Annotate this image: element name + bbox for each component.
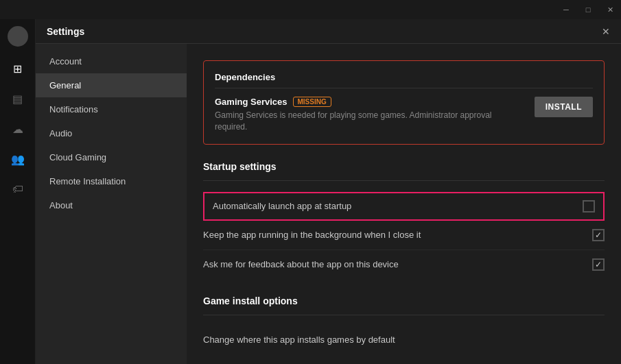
checkmark-icon-2: ✓ bbox=[595, 260, 602, 269]
library-icon[interactable]: ▤ bbox=[5, 86, 30, 111]
dependency-description: Gaming Services is needed for playing so… bbox=[215, 110, 524, 133]
nav-item-notifications[interactable]: Notifications bbox=[36, 97, 187, 121]
game-install-option-0[interactable]: Change where this app installs games by … bbox=[203, 326, 605, 353]
game-install-title: Game install options bbox=[203, 295, 605, 306]
startup-label-0: Automatically launch app at startup bbox=[213, 201, 351, 211]
dependency-name-row: Gaming Services MISSING bbox=[215, 97, 524, 107]
home-icon[interactable]: ⊞ bbox=[5, 56, 30, 81]
game-install-divider bbox=[203, 315, 605, 315]
settings-titlebar: Settings ✕ bbox=[36, 19, 621, 44]
friends-icon[interactable]: 👥 bbox=[5, 147, 30, 171]
dependency-name: Gaming Services bbox=[215, 97, 288, 107]
settings-content: Dependencies Gaming Services MISSING Gam… bbox=[187, 44, 621, 364]
startup-checkbox-0[interactable] bbox=[583, 200, 595, 213]
nav-item-about[interactable]: About bbox=[36, 193, 187, 217]
window-chrome: ─ □ ✕ bbox=[0, 0, 621, 19]
game-install-section: Game install options Change where this a… bbox=[203, 295, 605, 353]
checkmark-icon-1: ✓ bbox=[595, 230, 602, 240]
settings-body: Account General Notifications Audio Clou… bbox=[36, 44, 621, 364]
dependencies-title: Dependencies bbox=[215, 72, 593, 88]
startup-checkbox-1[interactable]: ✓ bbox=[592, 229, 605, 241]
startup-section-title: Startup settings bbox=[203, 161, 605, 172]
nav-item-cloud-gaming[interactable]: Cloud Gaming bbox=[36, 145, 187, 169]
startup-label-1: Keep the app running in the background w… bbox=[203, 230, 421, 240]
settings-modal: Settings ✕ Account General Notifications… bbox=[36, 19, 621, 364]
settings-title: Settings bbox=[47, 26, 84, 37]
cloud-icon[interactable]: ☁ bbox=[5, 117, 30, 141]
avatar-icon[interactable] bbox=[8, 26, 28, 47]
dependency-info: Gaming Services MISSING Gaming Services … bbox=[215, 97, 524, 133]
close-window-button[interactable]: ✕ bbox=[605, 4, 616, 15]
nav-item-audio[interactable]: Audio bbox=[36, 121, 187, 145]
missing-badge: MISSING bbox=[293, 97, 331, 107]
startup-option-0[interactable]: Automatically launch app at startup bbox=[204, 193, 603, 219]
dependency-row: Gaming Services MISSING Gaming Services … bbox=[215, 97, 593, 133]
nav-item-remote-installation[interactable]: Remote Installation bbox=[36, 169, 187, 193]
startup-label-2: Ask me for feedback about the app on thi… bbox=[203, 259, 399, 269]
install-button[interactable]: INSTALL bbox=[535, 97, 593, 117]
startup-section: Startup settings Automatically launch ap… bbox=[203, 161, 605, 279]
store-icon[interactable]: 🏷 bbox=[5, 177, 30, 202]
game-install-label-0: Change where this app installs games by … bbox=[203, 335, 395, 345]
nav-item-general[interactable]: General bbox=[36, 73, 187, 97]
maximize-button[interactable]: □ bbox=[583, 4, 594, 15]
startup-row-highlighted: Automatically launch app at startup bbox=[203, 192, 605, 221]
nav-item-account[interactable]: Account bbox=[36, 49, 187, 73]
startup-divider bbox=[203, 180, 605, 181]
startup-option-2[interactable]: Ask me for feedback about the app on thi… bbox=[203, 250, 605, 279]
startup-option-1[interactable]: Keep the app running in the background w… bbox=[203, 221, 605, 250]
app-sidebar: ⊞ ▤ ☁ 👥 🏷 bbox=[0, 19, 36, 364]
settings-close-button[interactable]: ✕ bbox=[599, 25, 613, 38]
minimize-button[interactable]: ─ bbox=[561, 4, 572, 15]
startup-checkbox-2[interactable]: ✓ bbox=[592, 258, 605, 271]
dependencies-section: Dependencies Gaming Services MISSING Gam… bbox=[203, 60, 605, 145]
settings-nav: Account General Notifications Audio Clou… bbox=[36, 44, 187, 364]
